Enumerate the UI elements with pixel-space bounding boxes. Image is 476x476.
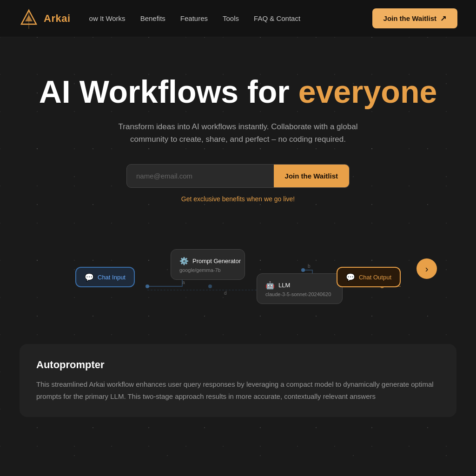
svg-point-8 (208, 284, 212, 288)
arrow-icon: ↗ (440, 14, 446, 23)
hero-subtitle: Transform ideas into AI workflows instan… (108, 120, 368, 145)
workflow-node-chat-output: 💬 Chat Output (337, 267, 401, 287)
svg-text:d: d (224, 291, 227, 296)
chat-input-icon: 💬 (85, 272, 94, 282)
logo[interactable]: Arkai (19, 8, 71, 29)
description-title: Autoprompter (36, 359, 440, 371)
workflow-diagram: a b c d 💬 Chat Input ⚙️ Prompt Generator… (0, 240, 476, 333)
next-icon: › (425, 264, 429, 274)
navbar-left: Arkai ow It Works Benefits Features Tool… (19, 8, 300, 29)
nav-link-benefits[interactable]: Benefits (140, 14, 165, 22)
join-waitlist-nav-button[interactable]: Join the Waitlist ↗ (372, 8, 457, 28)
email-form: Join the Waitlist (126, 164, 350, 188)
svg-text:b: b (308, 264, 311, 269)
chat-output-label: Chat Output (359, 274, 391, 281)
nav-link-tools[interactable]: Tools (223, 14, 239, 22)
prompt-gen-icon: ⚙️ (179, 256, 189, 265)
prompt-gen-subtitle: google/gemma-7b (179, 267, 221, 273)
email-input[interactable] (127, 165, 274, 187)
workflow-node-chat-input: 💬 Chat Input (75, 267, 135, 287)
join-waitlist-hero-button[interactable]: Join the Waitlist (274, 165, 349, 187)
join-waitlist-nav-label: Join the Waitlist (383, 14, 436, 22)
description-body: This streamlined Arkai workflow enhances… (36, 378, 440, 402)
logo-icon (19, 8, 39, 29)
hero-title-main: AI Workflows for (39, 74, 298, 109)
description-card: Autoprompter This streamlined Arkai work… (20, 344, 456, 417)
nav-link-faq[interactable]: FAQ & Contact (254, 14, 300, 22)
workflow-node-prompt-generator: ⚙️ Prompt Generator google/gemma-7b (171, 249, 245, 280)
nav-link-how-it-works[interactable]: ow It Works (89, 14, 126, 22)
workflow-canvas: a b c d 💬 Chat Input ⚙️ Prompt Generator… (75, 245, 401, 328)
llm-icon: 🤖 (265, 280, 275, 290)
svg-point-4 (301, 268, 305, 272)
chat-output-icon: 💬 (346, 272, 355, 282)
prompt-gen-label: Prompt Generator (192, 258, 241, 264)
chat-input-label: Chat Input (98, 274, 126, 281)
logo-text: Arkai (44, 13, 71, 25)
hero-title-accent: everyone (298, 74, 437, 109)
svg-point-7 (145, 284, 149, 288)
svg-text:a: a (182, 280, 185, 285)
join-waitlist-hero-label: Join the Waitlist (285, 172, 338, 180)
nav-link-features[interactable]: Features (180, 14, 208, 22)
nav-links: ow It Works Benefits Features Tools FAQ … (89, 14, 301, 22)
exclusive-benefits-text: Get exclusive benefits when we go live! (181, 195, 295, 203)
workflow-node-llm: 🤖 LLM claude-3-5-sonnet-20240620 (257, 273, 343, 304)
hero-section: AI Workflows for everyone Transform idea… (0, 37, 476, 240)
llm-subtitle: claude-3-5-sonnet-20240620 (265, 291, 331, 297)
next-button[interactable]: › (416, 258, 437, 279)
hero-title: AI Workflows for everyone (39, 74, 437, 109)
navbar: Arkai ow It Works Benefits Features Tool… (0, 0, 476, 37)
llm-label: LLM (278, 282, 290, 289)
